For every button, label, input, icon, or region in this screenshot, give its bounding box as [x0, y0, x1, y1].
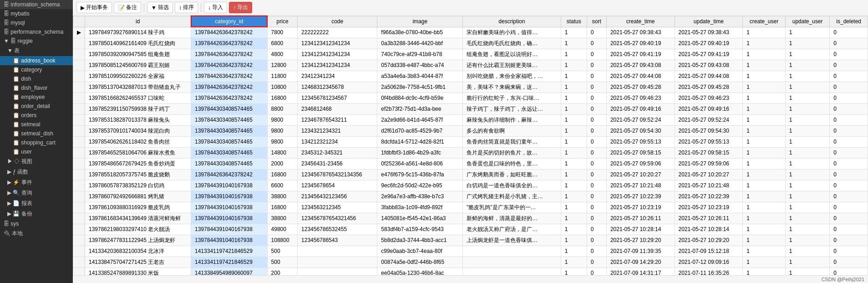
table-cell: 1397851668262465537 口味蛇: [85, 93, 191, 103]
sidebar-item-shopping-cart[interactable]: 📋 shopping_cart: [0, 138, 73, 147]
table-container[interactable]: id category_id price code image descript…: [73, 15, 868, 275]
sidebar-item-mysql[interactable]: 🗄 mysql: [0, 18, 73, 27]
table-cell: 0: [830, 114, 868, 125]
sidebar-item-user[interactable]: 📋 user: [0, 147, 73, 156]
table-row[interactable]: 1397851099502260226 全家福13978442636423782…: [73, 71, 868, 82]
table-row[interactable]: 1397862198033297410 老火靓汤1397844391040167…: [73, 224, 868, 235]
db-icon: 🗄: [4, 221, 9, 227]
table-cell: 1: [785, 27, 830, 38]
table-row[interactable]: 1397854865672679425 鱼香炒鸡蛋139784430340857…: [73, 158, 868, 169]
comment-button[interactable]: 📝 备注: [114, 2, 141, 13]
table-cell: 0: [830, 246, 868, 257]
table-cell: 1397844303408574465: [191, 147, 268, 158]
table-cell: 1: [743, 246, 786, 257]
table-cell: 1397853709101740034 辣泥白肉: [85, 125, 191, 136]
col-header-category-id[interactable]: category_id: [191, 16, 268, 27]
table-cell: 1397844263642378242: [191, 93, 268, 103]
sidebar-item-information-schema[interactable]: 🗄 information_schema: [0, 0, 73, 9]
table-cell: 1: [743, 93, 786, 103]
col-header-create-time[interactable]: create_time: [606, 16, 675, 27]
sidebar-folder-events[interactable]: ▶ ⚡ 事件: [0, 177, 73, 188]
table-row[interactable]: 1397862477831122945 上汤焗龙虾139784439104016…: [73, 235, 868, 246]
col-header-create-user[interactable]: create_user: [743, 16, 786, 27]
report-icon: 📄: [13, 200, 20, 206]
table-icon: 📋: [13, 121, 20, 128]
table-cell: 0: [830, 224, 868, 235]
table-row[interactable]: ▶1397849739276890114 辣子鸡1397844263642378…: [73, 27, 868, 38]
table-row[interactable]: 1397861093880316929 脆皮乳鸽1397844391040167…: [73, 202, 868, 213]
table-row[interactable]: 1397854652581064706 麻辣水煮鱼139784430340857…: [73, 147, 868, 158]
table-cell: 1397844391040167938: [191, 180, 268, 191]
sidebar-folder-queries[interactable]: ▶ 🔍 查询: [0, 188, 73, 198]
sidebar-item-sys[interactable]: 🗄 sys: [0, 219, 73, 228]
table-row[interactable]: 1397851668262465537 口味蛇13978442636423782…: [73, 93, 868, 103]
table-row[interactable]: 1397852391150759938 辣子鸡丁1397844303408574…: [73, 103, 868, 114]
table-cell: 1397844391040167938: [191, 224, 268, 235]
table-row[interactable]: 1397851370432887013 带劲猪血丸子13978442636423…: [73, 82, 868, 93]
sidebar-folder-tables[interactable]: ▼ 表: [0, 46, 73, 56]
table-row[interactable]: 1413342036832100354 北冰洋14133411974218465…: [73, 246, 868, 257]
begin-transaction-button[interactable]: ▶ 开始事务: [76, 2, 112, 13]
sidebar-folder-functions[interactable]: ▶ ƒ 函数: [0, 167, 73, 177]
table-row[interactable]: 1413385247889891330 米饭141338495498906009…: [73, 268, 868, 275]
table-cell: 2021-05-27 10:22:39: [675, 191, 743, 202]
table-row[interactable]: 1397855182057375745 脆皮烧鹅1397844263642378…: [73, 169, 868, 180]
filter-button[interactable]: ▼ 筛选: [147, 2, 173, 13]
table-cell: 1234563212345: [298, 202, 377, 213]
table-row[interactable]: 1397861683434139649 清蒸河鲜海鲜13978443910401…: [73, 213, 868, 224]
col-header-description[interactable]: description: [463, 16, 561, 27]
sidebar-item-address-book[interactable]: 📋 address_book: [0, 56, 73, 65]
col-header-id[interactable]: id: [85, 16, 191, 27]
table-row[interactable]: 1397854062626118402 鱼香肉丝1397844303408574…: [73, 136, 868, 147]
col-header-update-user[interactable]: update_user: [785, 16, 830, 27]
col-header-status[interactable]: status: [561, 16, 587, 27]
table-row[interactable]: 1397853138287013378 麻辣兔头1397844303408574…: [73, 114, 868, 125]
sidebar-item-mybatis[interactable]: 🗄 mybatis: [0, 9, 73, 18]
table-cell: 1: [561, 268, 587, 275]
sidebar-item-setmeal[interactable]: 📋 setmeal: [0, 120, 73, 129]
col-header-code[interactable]: code: [298, 16, 377, 27]
sidebar-item-dish[interactable]: 📋 dish: [0, 74, 73, 83]
sidebar-item-dish-flavor[interactable]: 📋 dish_flavor: [0, 83, 73, 93]
table-cell: 老火靓汤又称广府汤，是广…: [463, 224, 561, 235]
sidebar-item-employee[interactable]: 📋 employee: [0, 93, 73, 102]
import-button[interactable]: ↓ 导入: [204, 2, 227, 13]
table-row[interactable]: 1397860792492666881 烤乳猪13978443910401679…: [73, 191, 868, 202]
sidebar-item-reggie[interactable]: ▼ 🗄 reggie: [0, 36, 73, 46]
sidebar-folder-views[interactable]: ▶ ◇ 视图: [0, 156, 73, 167]
sidebar-item-category[interactable]: 📋 category: [0, 65, 73, 74]
table-cell: 0: [587, 191, 606, 202]
table-row[interactable]: 1397860578738352129 白切鸡13978443910401679…: [73, 180, 868, 191]
col-header-price[interactable]: price: [267, 16, 297, 27]
col-header-is-deleted[interactable]: is_deleted: [830, 16, 868, 27]
sort-button[interactable]: ↕ 排序: [175, 2, 198, 13]
sidebar-item-setmeal-dish[interactable]: 📋 setmeal_dish: [0, 129, 73, 138]
table-cell: 1397844263642378242: [191, 169, 268, 180]
table-cell: [298, 246, 377, 257]
table-cell: 0: [587, 38, 606, 49]
col-header-sort[interactable]: sort: [587, 16, 606, 27]
table-cell: 1397850851245600769 霸王别姬: [85, 60, 191, 71]
sidebar-item-performance-schema[interactable]: 🗄 performance_schema: [0, 27, 73, 36]
table-icon: 📋: [13, 112, 20, 118]
row-indicator-cell: [73, 235, 85, 246]
table-row[interactable]: 1397853709101740034 辣泥白肉1397844303408574…: [73, 125, 868, 136]
table-cell: 123467876543211: [298, 114, 377, 125]
col-header-update-time[interactable]: update_time: [675, 16, 743, 27]
sidebar-folder-backups[interactable]: ▶ 💾 备份: [0, 209, 73, 219]
table-row[interactable]: 1397850392090947585 组庵鱼翅1397844263642378…: [73, 49, 868, 60]
sidebar-item-order-detail[interactable]: 📋 order_detail: [0, 102, 73, 111]
table-cell: 12800: [267, 60, 297, 71]
table-cell: 1: [785, 93, 830, 103]
col-header-image[interactable]: image: [377, 16, 463, 27]
table-row[interactable]: 1397850140962161409 毛氏红烧肉139784426364237…: [73, 38, 868, 49]
row-indicator-cell: [73, 49, 85, 60]
row-indicator-cell: [73, 93, 85, 103]
export-button[interactable]: ↑ 导出: [229, 2, 252, 13]
table-cell: [463, 246, 561, 257]
table-row[interactable]: 1413384757047271425 王老吉14133411974218465…: [73, 257, 868, 268]
sidebar-item-local[interactable]: 🔌 本地: [0, 228, 73, 239]
table-row[interactable]: 1397850851245600769 霸王别姬1397844263642378…: [73, 60, 868, 71]
sidebar-item-orders[interactable]: 📋 orders: [0, 111, 73, 120]
sidebar-folder-reports[interactable]: ▶ 📄 报表: [0, 198, 73, 209]
